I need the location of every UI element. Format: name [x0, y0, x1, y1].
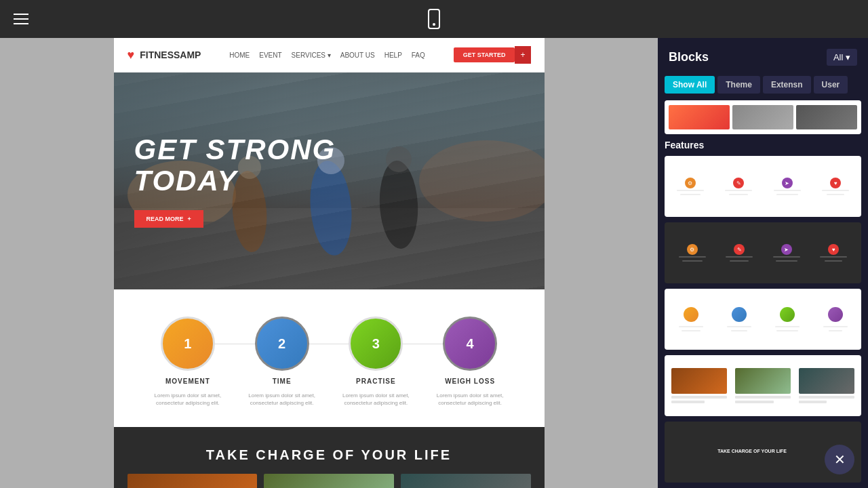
bp-dark-text-3 [773, 256, 800, 258]
tab-user[interactable]: User [814, 76, 848, 94]
tab-theme[interactable]: Theme [717, 76, 760, 94]
feature-desc-3: Lorem ipsum dolor sit amet, consectetur … [342, 392, 410, 407]
website-preview: ♥ FITNESSAMP HOME EVENT SERVICES ▾ ABOUT… [114, 38, 545, 488]
nav-help[interactable]: HELP [384, 52, 402, 59]
close-panel-button[interactable]: ✕ [825, 445, 854, 474]
feature-item-2: 2 TIME Lorem ipsum dolor sit amet, conse… [248, 317, 316, 407]
bp-dark-text-1b [682, 260, 703, 262]
bp-dark-icon-4: ♥ [828, 244, 839, 255]
bp-card-text-3b [799, 401, 827, 403]
bp-dark-text-4b [825, 260, 842, 262]
nav-plus-button[interactable]: + [515, 46, 530, 64]
bp-person-4 [828, 307, 843, 322]
nav-cta-button[interactable]: GET STARTED [454, 47, 515, 62]
nav-home[interactable]: HOME [229, 52, 250, 59]
bp-card-2 [732, 365, 793, 406]
feature-desc-1: Lorem ipsum dolor sit amet, consectetur … [154, 392, 222, 407]
nav-event[interactable]: EVENT [259, 52, 281, 59]
bp-takechg-title: TAKE CHARGE OF YOUR LIFE [717, 449, 787, 453]
block-preview-partial [665, 100, 861, 134]
bp-person-text-1 [679, 326, 703, 327]
bp-dark-text-1 [679, 256, 706, 258]
bp-dark-item-3: ➤ [773, 244, 800, 262]
bp-person-text-3 [775, 326, 800, 327]
block-card-features-people[interactable] [665, 289, 861, 350]
bp-dark-text-2 [726, 256, 753, 258]
bp-card-1 [669, 365, 730, 406]
bp-text-2 [725, 190, 752, 191]
right-panel: Blocks All ▾ Show All Theme Extensn User [658, 38, 868, 488]
features-section: 1 MOVEMENT Lorem ipsum dolor sit amet, c… [114, 289, 545, 427]
bp-person-item-1 [679, 307, 703, 331]
logo-text: FITNESSAMP [140, 49, 201, 60]
bp-text-4 [822, 190, 849, 191]
panel-content[interactable]: Features ⚙ ✎ ➤ [658, 100, 868, 488]
bp-feat-item-4: ♥ [822, 178, 849, 195]
bp-person-text-3b [776, 330, 798, 331]
bp-icon-2: ✎ [733, 178, 744, 188]
site-nav: ♥ FITNESSAMP HOME EVENT SERVICES ▾ ABOUT… [114, 38, 545, 73]
feature-label-3: PRACTISE [356, 378, 396, 385]
block-card-features-dark[interactable]: ⚙ ✎ ➤ ♥ [665, 222, 861, 283]
block-preview-people [665, 289, 861, 350]
top-bar [0, 0, 868, 38]
tab-extensn[interactable]: Extensn [763, 76, 811, 94]
features-row: 1 MOVEMENT Lorem ipsum dolor sit amet, c… [127, 317, 531, 407]
bp-person-text-4 [823, 326, 848, 327]
bp-cards-row [669, 365, 857, 406]
bp-card-img-1 [671, 368, 727, 394]
nav-about[interactable]: ABOUT US [340, 52, 375, 59]
bp-person-1 [684, 307, 698, 322]
hero-cta-button[interactable]: READ MORE + [134, 210, 203, 228]
device-preview-icon [428, 9, 440, 29]
charge-section: TAKE CHARGE OF YOUR LIFE ABC GOOD MORNIN… [114, 427, 545, 488]
bp-dark-item-4: ♥ [820, 244, 847, 262]
bp-card-3 [796, 365, 857, 406]
bp-takechg-card-3 [803, 432, 808, 472]
hero-content: GET STRONG TODAY READ MORE + [134, 134, 336, 228]
block-card-features-light[interactable]: ⚙ ✎ ➤ ♥ [665, 156, 861, 217]
feature-circle-1: 1 [161, 317, 215, 371]
bp-card-img-3 [799, 368, 854, 394]
tab-show-all[interactable]: Show All [665, 76, 715, 94]
bp-takechg-card-1 [787, 432, 792, 472]
feature-label-1: MOVEMENT [165, 378, 210, 385]
bp-card-text-1 [671, 396, 727, 399]
bp-dark-text-3b [776, 260, 797, 262]
panel-header: Blocks All ▾ [658, 38, 868, 76]
feature-label-4: WEIGH LOSS [445, 378, 495, 385]
all-dropdown-button[interactable]: All ▾ [827, 49, 857, 66]
bp-feat-item-2: ✎ [725, 178, 752, 195]
bp-feat-item-3: ➤ [774, 178, 801, 195]
bp-card-text-3 [799, 396, 854, 399]
feature-item-1: 1 MOVEMENT Lorem ipsum dolor sit amet, c… [154, 317, 222, 407]
block-preview-cards [665, 355, 861, 416]
bp-dark-icon-2: ✎ [734, 244, 745, 255]
logo-heart-icon: ♥ [127, 48, 135, 62]
bp-dark-text-4 [820, 256, 847, 258]
bp-person-text-2b [731, 330, 747, 331]
nav-faq[interactable]: FAQ [412, 52, 425, 59]
bp-card-text-2 [735, 396, 791, 399]
canvas-area[interactable]: ♥ FITNESSAMP HOME EVENT SERVICES ▾ ABOUT… [0, 38, 658, 488]
main-area: ♥ FITNESSAMP HOME EVENT SERVICES ▾ ABOUT… [0, 38, 868, 488]
block-preview-features-light: ⚙ ✎ ➤ ♥ [665, 156, 861, 217]
bp-person-2 [732, 307, 747, 322]
block-preview-features-dark: ⚙ ✎ ➤ ♥ [665, 222, 861, 283]
bp-person-3 [780, 307, 795, 322]
block-card-features-cards[interactable] [665, 355, 861, 416]
charge-img-3: ABC GOOD MORNING [401, 474, 531, 488]
bp-person-item-4 [823, 307, 848, 331]
bp-takechg-cards [787, 432, 808, 472]
hero-cta-plus-icon: + [188, 216, 191, 222]
nav-services[interactable]: SERVICES ▾ [292, 52, 331, 59]
bp-feat-item-1: ⚙ [677, 178, 704, 195]
feature-circle-2: 2 [255, 317, 309, 371]
hero-title: GET STRONG TODAY [134, 134, 336, 197]
bp-text-3b [776, 194, 798, 195]
bp-person-text-4b [829, 330, 842, 331]
bp-dark-item-1: ⚙ [679, 244, 706, 262]
hamburger-menu[interactable] [14, 14, 28, 24]
panel-title: Blocks [669, 50, 709, 64]
block-card-top-partial[interactable] [665, 100, 861, 134]
